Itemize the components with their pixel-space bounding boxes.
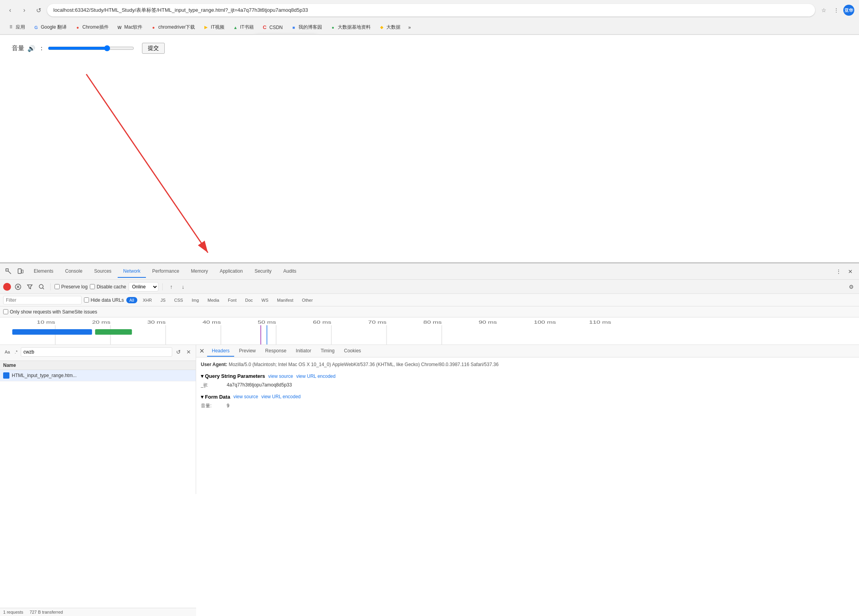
bookmark-big-data-base[interactable]: ● 大数据基地资料 [327,23,374,31]
query-view-source-link[interactable]: view source [268,374,293,379]
network-list-item[interactable]: HTML_input_type_range.htm... [0,370,196,381]
reload-button[interactable]: ↺ [33,5,44,16]
svg-text:100 ms: 100 ms [534,320,556,324]
throttle-select[interactable]: Online Fast 3G Slow 3G Offline [129,282,158,292]
menu-button[interactable]: ⋮ [831,5,842,16]
bookmark-it-video[interactable]: ▶ IT视频 [200,23,227,31]
bookmark-chrome-plugin[interactable]: ● Chrome插件 [71,23,112,31]
headers-tab-cookies[interactable]: Cookies [339,346,366,357]
bookmark-mac-software[interactable]: W Mac软件 [113,23,146,31]
form-view-url-encoded-link[interactable]: view URL encoded [261,394,300,399]
headers-content: User Agent: Mozilla/5.0 (Macintosh; Inte… [196,357,859,417]
headers-tab-response[interactable]: Response [260,346,291,357]
preserve-log-label[interactable]: Preserve log [55,284,87,290]
filter-js-button[interactable]: JS [157,297,169,303]
headers-tab-timing[interactable]: Timing [316,346,339,357]
filter-ws-button[interactable]: WS [258,297,272,303]
filter-other-button[interactable]: Other [299,297,316,303]
filter-font-button[interactable]: Font [225,297,240,303]
preserve-log-checkbox[interactable] [55,284,60,289]
file-name: HTML_input_type_range.htm... [12,373,76,378]
tab-audits[interactable]: Audits [278,265,302,278]
tab-console[interactable]: Console [60,265,88,278]
filter-img-button[interactable]: Img [189,297,202,303]
tab-memory[interactable]: Memory [186,265,213,278]
element-picker-button[interactable] [3,266,14,277]
avatar[interactable]: 亚华 [843,5,854,16]
disable-cache-checkbox[interactable] [90,284,95,289]
filter-media-button[interactable]: Media [204,297,222,303]
headers-close-button[interactable]: ✕ [196,346,207,357]
video-icon: ▶ [203,24,209,31]
record-button[interactable] [3,283,11,291]
ijt-key: _ijt: [201,381,224,389]
svg-line-1 [86,74,208,253]
devtools-panel: Elements Console Sources Network Perform… [0,262,859,494]
samesite-label[interactable]: Only show requests with SameSite issues [3,309,97,315]
search-refresh-button[interactable]: ↺ [174,347,183,357]
bookmark-it-books[interactable]: ▲ IT书籍 [229,23,257,31]
devtools-more-button[interactable]: ⋮ [833,266,844,277]
volume-range-input[interactable] [48,44,134,52]
tab-network[interactable]: Network [118,265,146,278]
svg-rect-4 [18,269,21,273]
tab-security[interactable]: Security [249,265,277,278]
bookmark-chromedriver[interactable]: ● chromedriver下载 [147,23,198,31]
timeline-svg: 10 ms 20 ms 30 ms 40 ms 50 ms 60 ms 70 m… [0,317,859,345]
svg-rect-5 [22,270,23,273]
filter-xhr-button[interactable]: XHR [140,297,155,303]
network-settings-button[interactable]: ⚙ [846,282,856,292]
bookmark-more[interactable]: » [405,24,414,31]
device-toggle-button[interactable] [15,266,26,277]
headers-panel: ✕ Headers Preview Response Initiator Tim… [196,345,859,494]
forward-button[interactable]: › [19,5,30,16]
filter-doc-button[interactable]: Doc [242,297,256,303]
address-bar[interactable] [47,4,815,16]
filter-manifest-button[interactable]: Manifest [274,297,297,303]
search-network-button[interactable] [37,282,46,292]
tab-elements[interactable]: Elements [28,265,59,278]
filter-all-button[interactable]: All [126,297,137,303]
filter-button[interactable] [25,282,35,292]
page-label: 音量 🔊 ： 提交 [12,43,847,54]
query-param-row: _ijt: 4a7q77h3t6tjopu7amoq8d5p33 [201,381,854,389]
search-input[interactable] [21,347,172,357]
csdn-tooltip: CSDN https://www.csdn.net [255,35,317,35]
clear-button[interactable] [13,282,23,292]
timeline-container: 10 ms 20 ms 30 ms 40 ms 50 ms 60 ms 70 m… [0,317,859,345]
bookmark-google-translate[interactable]: G Google 翻译 [30,23,70,31]
submit-button[interactable]: 提交 [142,43,165,54]
headers-tab-headers[interactable]: Headers [207,346,234,357]
upload-button[interactable]: ↑ [167,282,176,292]
filter-input[interactable] [3,296,82,304]
search-close-button[interactable]: ✕ [185,348,193,356]
tab-application[interactable]: Application [214,265,248,278]
form-view-source-link[interactable]: view source [233,394,258,399]
headers-tab-preview[interactable]: Preview [234,346,260,357]
svg-rect-32 [95,329,132,335]
google-translate-icon: G [33,24,39,31]
bookmark-star-button[interactable]: ☆ [818,5,829,16]
query-view-url-encoded-link[interactable]: view URL encoded [296,374,335,379]
bookmark-csdn[interactable]: C CSDN CSDN https://www.csdn.net [258,24,286,31]
search-aa-option[interactable]: Aa [3,350,11,354]
hide-data-urls-label[interactable]: Hide data URLs [84,297,124,303]
bookmark-my-blog[interactable]: ■ 我的博客园 [288,23,325,31]
bookmark-apps[interactable]: ⠿ 应用 [5,23,28,31]
tab-sources[interactable]: Sources [89,265,117,278]
headers-tab-initiator[interactable]: Initiator [291,346,316,357]
hide-data-urls-checkbox[interactable] [84,297,89,303]
svg-point-10 [39,284,43,288]
samesite-checkbox[interactable] [3,309,8,314]
tab-performance[interactable]: Performance [147,265,185,278]
bookmark-label: chromedriver下载 [158,24,195,31]
devtools-close-button[interactable]: ✕ [845,266,856,277]
filter-bar: Hide data URLs All XHR JS CSS Img Media … [0,294,859,306]
bookmark-big-data[interactable]: ◆ 大数据 [375,23,404,31]
disable-cache-label[interactable]: Disable cache [90,284,126,290]
download-button[interactable]: ↓ [178,282,188,292]
speaker-icon: 🔊 [27,45,35,52]
search-regex-option[interactable]: .* [13,350,19,354]
back-button[interactable]: ‹ [5,5,16,16]
filter-css-button[interactable]: CSS [171,297,186,303]
